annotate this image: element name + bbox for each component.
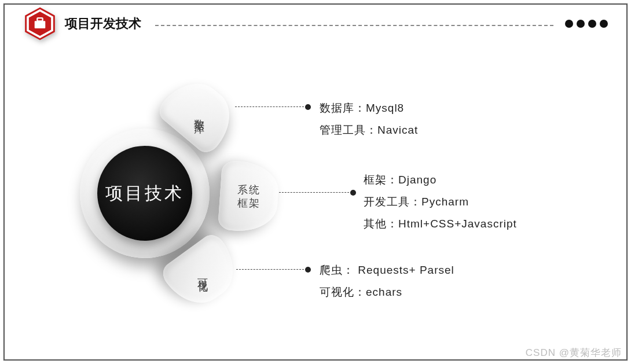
details-framework: 框架：Django 开发工具：Pycharm 其他：Html+CSS+Javas…: [364, 169, 517, 235]
leader-framework: [279, 192, 352, 193]
center-core: 项目技术: [97, 146, 192, 241]
details-database: 数据库：Mysql8 管理工具：Navicat: [320, 97, 418, 141]
petal-framework: 系统 框架: [218, 160, 280, 234]
details-visual: 爬虫： Requests+ Parsel 可视化：echars: [320, 259, 454, 303]
watermark: CSDN @黄菊华老师: [526, 346, 622, 359]
petal-framework-label: 系统 框架: [237, 184, 261, 210]
leader-visual: [236, 269, 307, 270]
diagram-stage: 项目技术 数据库 系统 框架 可视化 数据库：Mysql8 管理工具：Navic…: [0, 0, 631, 364]
petal-database-label: 数据库: [192, 111, 206, 116]
center-ring: 项目技术: [80, 128, 210, 258]
petal-visual-label: 可视化: [196, 271, 210, 276]
center-label: 项目技术: [105, 182, 184, 205]
leader-database: [235, 106, 307, 107]
